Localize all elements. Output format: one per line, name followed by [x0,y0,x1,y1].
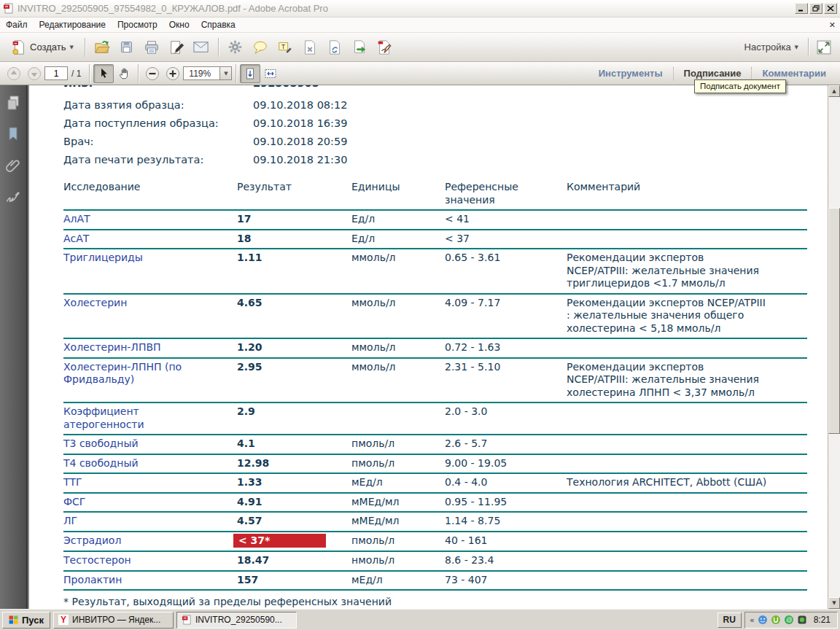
pdf-document-icon [3,3,14,14]
scroll-up-button[interactable]: ▲ [828,85,840,97]
results-table: Исследование Результат Единицы Референсн… [63,181,807,609]
test-reference-range: 0.95 - 11.95 [445,496,567,509]
test-reference-range: 40 - 161 [445,534,567,548]
phone-app-icon[interactable] [797,615,807,625]
chevron-down-icon: ▼ [795,44,798,50]
test-comment: Технология ARCHITECT, Abbott (США) [567,476,807,489]
menu-item[interactable]: Окно [163,18,195,32]
test-name: Т4 свободный [63,457,237,470]
page-thumbnails-icon[interactable] [4,94,22,112]
create-button[interactable]: Создать ▼ [4,36,79,59]
test-name: Триглицериды [63,252,237,265]
email-button[interactable] [190,36,213,59]
preferences-button[interactable] [224,36,247,59]
page-link-button[interactable] [323,36,346,59]
zoom-level-value[interactable]: 119% [183,66,219,80]
test-reference-range: 1.14 - 8.75 [445,515,567,528]
header-test: Исследование [63,181,237,206]
close-button[interactable] [824,3,837,14]
start-button[interactable]: Пуск [2,612,50,629]
scroll-down-button[interactable]: ▼ [828,597,840,609]
menu-item[interactable]: Просмотр [112,18,163,32]
table-row: ТТГ 1.33 мЕд/л 0.4 - 4.0 Технология ARCH… [63,474,807,494]
menubar-close-icon[interactable]: ✕ [829,20,836,30]
scrolling-view-button[interactable] [240,64,260,83]
test-comment: Рекомендации экспертов NCEP/ATPIII: жела… [567,252,807,290]
fit-width-button[interactable] [260,64,281,83]
select-tool-button[interactable] [93,64,114,83]
pdf-document-icon [182,615,192,625]
tray-overflow-chevron[interactable]: « [750,615,755,625]
hand-tool-button[interactable] [114,64,134,83]
text-edit-button[interactable]: T [273,36,297,59]
resize-view-button[interactable] [812,36,836,59]
restore-button[interactable] [809,3,822,14]
menu-item[interactable]: Справка [195,18,241,32]
info-row: Дата поступления образца: 09.10.2018 16:… [63,117,219,136]
result-value: 157 [237,574,258,586]
test-name: Холестерин-ЛПВП [63,341,237,354]
page-delete-button[interactable] [298,36,322,59]
document-page: ИНЗ: 292505905 Дата взятия образца: 09.1… [29,85,828,609]
panel-tab[interactable]: Комментарии [751,67,836,80]
panel-tab[interactable]: Подписание [673,67,752,80]
next-page-button[interactable] [24,64,44,83]
minus-circle-icon [145,66,160,81]
table-row: Пролактин 157 мЕд/л 73 - 407 [63,572,807,591]
print-button[interactable] [140,36,163,59]
edit-sign-button[interactable] [165,36,188,59]
toolbar-separator [89,64,90,83]
comment-button[interactable] [249,36,272,59]
table-row: Холестерин 4.65 ммоль/л 4.09 - 7.17 Реко… [63,295,807,340]
menu-item[interactable]: Файл [0,18,34,32]
sample-info: Дата взятия образца: 09.10.2018 08:12 Да… [63,99,219,172]
signatures-icon[interactable] [4,188,22,206]
taskbar-task-browser[interactable]: Y ИНВИТРО — Яндек... [53,612,174,629]
test-result: 12.98 [237,457,351,470]
test-result: 1.20 [237,341,351,354]
attachments-icon[interactable] [4,157,22,174]
table-header: Исследование Результат Единицы Референсн… [63,181,807,211]
vertical-scrollbar[interactable]: ▲ ▼ [828,85,840,609]
info-label: Дата взятия образца: [63,99,184,111]
result-value: 12.98 [237,457,269,469]
table-footnote: * Результат, выходящий за пределы рефере… [63,596,807,609]
menu-bar: ФайлРедактированиеПросмотрОкноСправка ✕ [0,18,840,33]
menu-item[interactable]: Редактирование [34,18,112,32]
result-value: 4.1 [237,438,255,449]
language-indicator[interactable]: RU [718,612,742,628]
minimize-button[interactable] [795,3,808,14]
header-comment: Комментарий [567,181,807,206]
page-number-input[interactable] [44,66,68,80]
edit-page-icon [168,39,184,55]
previous-page-button[interactable] [4,64,24,83]
utorrent-icon[interactable] [771,615,781,625]
test-name: Тестостерон [63,554,237,567]
save-button[interactable] [115,36,139,59]
zoom-dropdown-button[interactable]: ▼ [219,66,232,80]
task-label: INVITRO_29250590... [195,615,282,625]
mail-agent-icon[interactable]: @ [784,615,794,625]
export-button[interactable] [348,36,371,59]
speech-bubble-icon [252,39,268,55]
test-units: мМЕд/мл [351,515,445,528]
window-title: INVITRO_292505905_97554982_0_КРУЖАЛОВ.pd… [18,3,328,14]
bookmarks-icon[interactable] [4,125,22,143]
panel-tab[interactable]: Инструменты [588,67,673,80]
open-button[interactable] [90,36,114,59]
table-row: Т3 свободный 4.1 пмоль/л 2.6 - 5.7 [63,435,807,455]
zoom-in-button[interactable] [163,64,183,83]
test-units: мЕд/л [351,476,445,489]
sign-page-icon [376,39,392,55]
result-value: 4.91 [237,496,262,508]
test-result: 2.95 [237,361,351,374]
settings-button[interactable]: Настройка ▼ [739,36,804,59]
zoom-out-button[interactable] [142,64,163,83]
messenger-icon[interactable] [758,615,768,625]
test-comment: Рекомендации экспертов NCEP/ATPIII : жел… [567,297,807,335]
taskbar-task-acrobat[interactable]: INVITRO_29250590... [176,612,297,629]
create-label: Создать [30,42,66,52]
svg-text:T: T [281,43,285,50]
scrollbar-thumb[interactable] [828,208,840,434]
sign-button[interactable] [373,36,396,59]
